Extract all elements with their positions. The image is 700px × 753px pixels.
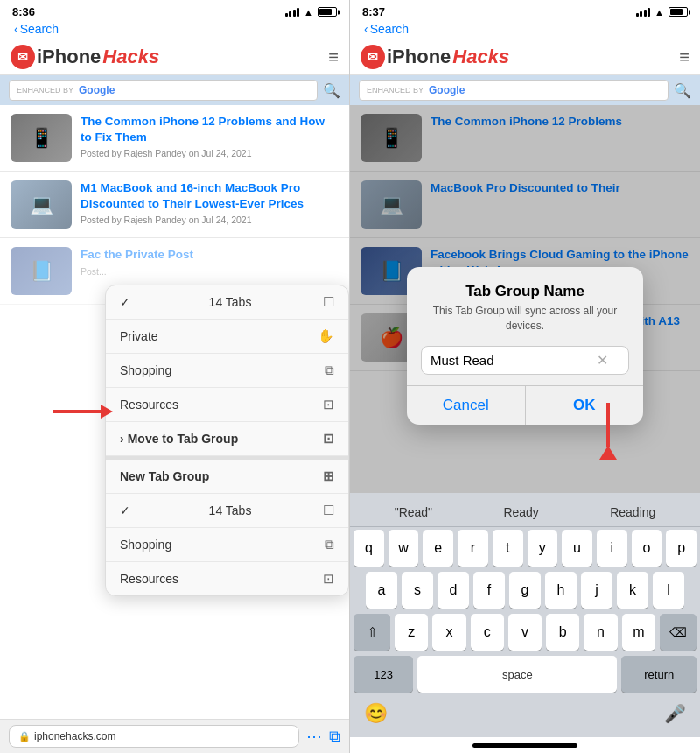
key-w[interactable]: w bbox=[388, 530, 419, 567]
left-nav-bar[interactable]: ‹ Search bbox=[0, 20, 349, 39]
menu-14tabs-label: 14 Tabs bbox=[209, 295, 252, 309]
left-google-search[interactable]: ENHANCED BY Google bbox=[9, 80, 318, 101]
left-time: 8:36 bbox=[12, 5, 35, 18]
right-nav-bar[interactable]: ‹ Search bbox=[350, 20, 700, 39]
left-url-bar[interactable]: 🔒 iphonehacks.com ⋯ ⧉ bbox=[0, 719, 349, 753]
key-j[interactable]: j bbox=[581, 572, 612, 609]
right-content: 📱 The Common iPhone 12 Problems 💻 MacBoo… bbox=[350, 105, 700, 493]
keyboard-row-3: ⇧ z x c v b n m ⌫ bbox=[350, 611, 700, 653]
input-clear-icon[interactable]: ✕ bbox=[597, 352, 608, 369]
menu-item-shopping[interactable]: Shopping ⧉ bbox=[106, 354, 348, 388]
tabs-icon[interactable]: ⧉ bbox=[329, 728, 340, 746]
left-status-icons: ▲ bbox=[285, 7, 337, 18]
left-logo: ✉ iPhone Hacks bbox=[10, 45, 159, 69]
dialog-cancel-button[interactable]: Cancel bbox=[407, 386, 526, 425]
menu-shopping2-icon: ⧉ bbox=[325, 537, 334, 552]
right-back-arrow[interactable]: ‹ bbox=[364, 22, 368, 36]
key-x[interactable]: x bbox=[432, 614, 466, 651]
left-hamburger-icon[interactable]: ≡ bbox=[328, 47, 339, 67]
right-battery-icon bbox=[668, 7, 688, 17]
left-article-2[interactable]: 💻 M1 MacBook and 16-inch MacBook Pro Dis… bbox=[0, 172, 349, 238]
key-v[interactable]: v bbox=[508, 614, 542, 651]
menu-item-private[interactable]: Private ✋ bbox=[106, 320, 348, 354]
backspace-key[interactable]: ⌫ bbox=[660, 614, 696, 651]
left-back-label[interactable]: Search bbox=[20, 22, 59, 36]
key-l[interactable]: l bbox=[653, 572, 684, 609]
keyboard-row-2: a s d f g h j k l bbox=[350, 569, 700, 611]
dialog-header: Tab Group Name This Tab Group will sync … bbox=[407, 267, 643, 341]
key-z[interactable]: z bbox=[395, 614, 428, 651]
right-google-search[interactable]: ENHANCED BY Google bbox=[359, 80, 668, 101]
menu-item-new-group[interactable]: New Tab Group ⊞ bbox=[106, 456, 348, 494]
left-url-field[interactable]: 🔒 iphonehacks.com bbox=[9, 725, 299, 748]
menu-item-14tabs-2[interactable]: 14 Tabs ☐ bbox=[106, 494, 348, 528]
left-back-arrow[interactable]: ‹ bbox=[14, 22, 18, 36]
signal-icon bbox=[285, 8, 300, 17]
left-article-info-2: M1 MacBook and 16-inch MacBook Pro Disco… bbox=[80, 180, 339, 225]
emoji-key[interactable]: 😊 bbox=[357, 699, 395, 728]
key-k[interactable]: k bbox=[617, 572, 648, 609]
menu-item-resources2[interactable]: Resources ⊡ bbox=[106, 562, 348, 595]
key-u[interactable]: u bbox=[562, 530, 592, 567]
right-logo-icon: ✉ bbox=[360, 45, 385, 69]
menu-resources-icon: ⊡ bbox=[323, 397, 334, 412]
menu-item-resources[interactable]: Resources ⊡ bbox=[106, 388, 348, 422]
right-hamburger-icon[interactable]: ≡ bbox=[679, 47, 690, 67]
suggestion-read[interactable]: "Read" bbox=[386, 503, 441, 521]
left-phone: 8:36 ▲ ‹ Search ✉ iPhone Hacks ≡ bbox=[0, 0, 350, 753]
left-article-1[interactable]: 📱 The Common iPhone 12 Problems and How … bbox=[0, 105, 349, 172]
suggestion-reading[interactable]: Reading bbox=[601, 503, 664, 521]
right-logo-sub: Hacks bbox=[452, 46, 509, 68]
keyboard-suggestions: "Read" Ready Reading bbox=[350, 498, 700, 527]
key-a[interactable]: a bbox=[366, 572, 397, 609]
key-b[interactable]: b bbox=[546, 614, 579, 651]
key-o[interactable]: o bbox=[632, 530, 662, 567]
menu-shopping-label: Shopping bbox=[120, 363, 172, 377]
left-logo-sub: Hacks bbox=[102, 46, 159, 68]
key-q[interactable]: q bbox=[354, 530, 384, 567]
key-t[interactable]: t bbox=[493, 530, 523, 567]
enhanced-by-label: ENHANCED BY bbox=[17, 86, 74, 95]
menu-item-shopping2[interactable]: Shopping ⧉ bbox=[106, 528, 348, 562]
wifi-icon: ▲ bbox=[304, 7, 313, 18]
keyboard-row-1: q w e r t y u i o p bbox=[350, 527, 700, 569]
dialog-ok-button[interactable]: OK bbox=[526, 386, 644, 425]
right-enhanced-label: ENHANCED BY bbox=[367, 86, 424, 95]
left-site-header: ✉ iPhone Hacks ≡ bbox=[0, 39, 349, 75]
menu-item-14tabs[interactable]: 14 Tabs ☐ bbox=[106, 285, 348, 320]
left-thumb-3: 📘 bbox=[10, 247, 72, 295]
right-home-indicator bbox=[350, 737, 700, 753]
left-search-button[interactable]: 🔍 bbox=[323, 82, 340, 99]
right-back-label[interactable]: Search bbox=[370, 22, 409, 36]
dialog-input-wrap: ✕ bbox=[407, 341, 643, 385]
space-key[interactable]: space bbox=[417, 656, 617, 693]
return-key[interactable]: return bbox=[621, 656, 696, 693]
key-f[interactable]: f bbox=[473, 572, 505, 609]
menu-item-move-to-group[interactable]: › Move to Tab Group ⊡ bbox=[106, 422, 348, 456]
dialog-overlay[interactable]: Tab Group Name This Tab Group will sync … bbox=[350, 105, 700, 493]
numbers-key[interactable]: 123 bbox=[354, 656, 413, 693]
left-article-title-1: The Common iPhone 12 Problems and How to… bbox=[80, 114, 339, 144]
key-h[interactable]: h bbox=[545, 572, 577, 609]
right-search-button[interactable]: 🔍 bbox=[674, 82, 691, 99]
key-p[interactable]: p bbox=[666, 530, 696, 567]
key-r[interactable]: r bbox=[458, 530, 488, 567]
key-s[interactable]: s bbox=[402, 572, 433, 609]
key-d[interactable]: d bbox=[438, 572, 469, 609]
key-c[interactable]: c bbox=[471, 614, 504, 651]
dialog-title: Tab Group Name bbox=[421, 283, 629, 300]
menu-tab-icon: ☐ bbox=[323, 294, 334, 310]
shift-key[interactable]: ⇧ bbox=[354, 614, 390, 651]
key-y[interactable]: y bbox=[528, 530, 558, 567]
key-m[interactable]: m bbox=[622, 614, 655, 651]
more-icon[interactable]: ⋯ bbox=[306, 727, 322, 746]
key-n[interactable]: n bbox=[584, 614, 617, 651]
right-site-header: ✉ iPhone Hacks ≡ bbox=[350, 39, 700, 75]
key-e[interactable]: e bbox=[423, 530, 453, 567]
suggestion-ready[interactable]: Ready bbox=[494, 503, 547, 521]
mic-icon[interactable]: 🎤 bbox=[657, 700, 693, 728]
left-article-title-3: Fac the Private Post bbox=[80, 247, 339, 263]
dialog-subtitle: This Tab Group will sync across all your… bbox=[421, 304, 629, 334]
key-i[interactable]: i bbox=[597, 530, 627, 567]
key-g[interactable]: g bbox=[509, 572, 541, 609]
